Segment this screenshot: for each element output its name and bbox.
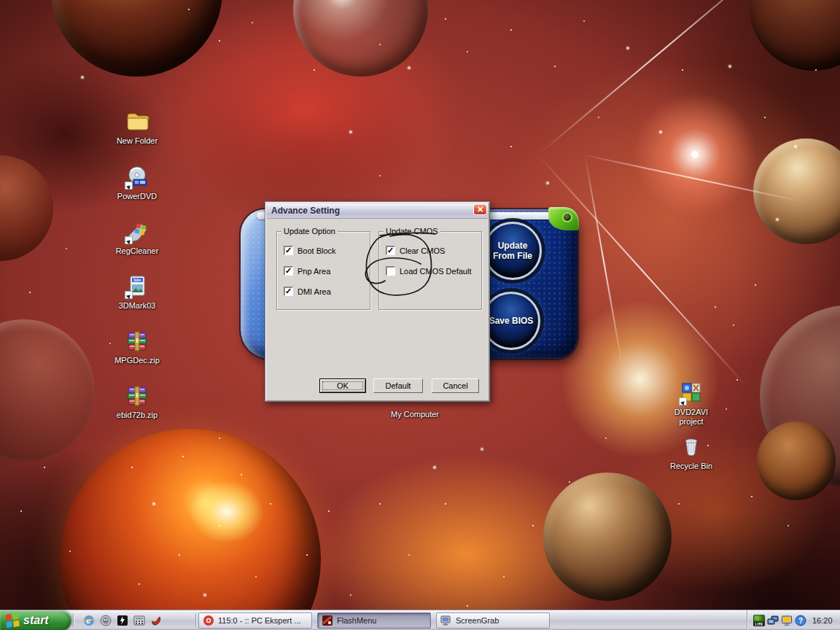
bubble-sphere [757,421,836,500]
flashmenu-close-knob[interactable] [562,212,572,222]
check-icon: ✓ [387,246,394,254]
checkbox-label: Boot Block [298,246,336,255]
save-bios-button[interactable]: Save BIOS [482,292,540,350]
task-button-screengrab[interactable]: ScreenGrab [436,612,550,629]
flashmenu-corner-decoration [548,207,579,230]
icon-label: New Folder [108,136,166,146]
checkbox-load-cmos-default[interactable] [386,266,395,276]
icon-label: Recycle Bin [662,462,720,471]
task-button-flashmenu[interactable]: FlashMenu [317,612,431,629]
quick-launch-bar: e [76,610,195,630]
desktop-icon-my-computer-label[interactable]: My Computer [385,410,445,419]
flashmenu-icon [322,615,333,626]
shortcut-arrow-icon [125,291,133,299]
advance-setting-dialog: Advance Setting ✕ Update Option ✓ Boot B… [265,201,490,402]
checkbox-label: Clear CMOS [400,246,445,255]
check-icon: ✓ [285,287,292,295]
desktop-icon-dvd2avi-project[interactable]: DVD2AVI project [662,381,720,427]
desktop-icon-3dmark03[interactable]: 3dm 3DMark03 [108,274,166,311]
internet-explorer-icon[interactable]: e [83,615,95,626]
bubble-sphere [51,0,222,77]
display-settings-tray-icon[interactable] [781,615,793,626]
group-update-cmos: Update CMOS ✓ Clear CMOS Load CMOS Defau… [378,231,482,310]
dialog-title: Advance Setting [267,206,340,216]
help-tray-icon[interactable]: ? [795,615,806,626]
checkbox-clear-cmos[interactable]: ✓ [386,246,395,255]
desktop-icon-mpgdec-zip[interactable]: MPGDec.zip [108,329,166,365]
task-buttons: 115:0 - :: PC Ekspert ... FlashMenu Scre… [198,610,550,630]
checkbox-boot-block[interactable]: ✓ [284,246,293,255]
cancel-button[interactable]: Cancel [432,378,479,393]
icon-label: DVD2AVI project [662,408,720,427]
checkbox-pnp-area[interactable]: ✓ [284,266,293,276]
network-tray-icon[interactable] [767,615,779,626]
media-player-icon[interactable] [100,615,112,626]
desktop-icon-ebid72b-zip[interactable]: ebid72b.zip [108,384,166,420]
icon-label: ebid72b.zip [108,411,166,420]
lens-flare-ray [538,0,779,155]
checkbox-row-dmi-area[interactable]: ✓ DMI Area [284,287,331,296]
update-from-file-button[interactable]: Update From File [483,222,542,280]
checkbox-row-clear-cmos[interactable]: ✓ Clear CMOS [386,246,445,255]
check-icon: ✓ [285,246,292,254]
desktop-icon-new-folder[interactable]: New Folder [108,109,166,146]
shortcut-arrow-icon [125,236,133,244]
cancel-label: Cancel [443,381,467,390]
checkbox-row-boot-block[interactable]: ✓ Boot Block [284,246,336,255]
bubble-sphere [750,0,840,71]
desktop-icon-powerdvd[interactable]: PowerDVD [108,165,166,201]
question-mark-glyph: ? [798,617,803,625]
focus-ring [322,381,363,390]
save-bios-label: Save BIOS [487,316,535,326]
dialog-titlebar[interactable]: Advance Setting [267,203,488,219]
group-update-option: Update Option ✓ Boot Block ✓ Pnp Area ✓ … [276,231,370,310]
folder-icon [125,109,149,133]
default-button[interactable]: Default [373,378,423,393]
check-icon: ✓ [285,267,292,275]
klite-icon-art [754,615,764,621]
checkbox-row-pnp-area[interactable]: ✓ Pnp Area [284,266,330,276]
winrar-archive-icon [125,384,149,408]
checkbox-dmi-area[interactable]: ✓ [284,287,293,296]
download-manager-icon[interactable] [150,615,162,626]
stars [0,0,1,1]
desktop: New Folder PowerDVD RegCleaner 3dm [0,0,840,630]
winrar-archive-icon [125,329,149,354]
fiery-sphere [60,429,321,630]
clock[interactable]: 16:20 [812,616,833,625]
recycle-bin-icon [679,435,704,459]
icon-label: MPGDec.zip [108,356,166,365]
group-legend: Update Option [281,227,338,236]
task-button-pc-ekspert[interactable]: 115:0 - :: PC Ekspert ... [198,612,312,629]
ok-button[interactable]: OK [319,378,366,393]
task-label: ScreenGrab [456,616,499,625]
desktop-icon-recycle-bin[interactable]: Recycle Bin [662,435,720,471]
screengrab-icon [440,615,452,626]
keypad-icon[interactable] [133,615,145,626]
klite-icon-text: LITE [753,622,765,626]
shortcut-arrow-icon [679,397,687,405]
icon-label: 3DMark03 [108,301,166,311]
winamp-icon[interactable] [117,615,128,626]
bubble-sphere [0,319,95,462]
bubble-sphere [0,155,53,261]
lens-flare-ray [584,154,623,370]
taskbar: start e 115:0 - :: PC Ekspert [0,610,840,630]
start-label: start [23,614,49,627]
shortcut-arrow-icon [125,182,133,190]
checkbox-label: Load CMOS Default [400,267,471,276]
svg-text:e: e [86,616,90,625]
bubble-sphere [753,139,840,244]
desktop-icon-regcleaner[interactable]: RegCleaner [108,219,166,256]
start-button[interactable]: start [0,610,71,630]
update-from-file-label: Update From File [490,241,535,261]
browser-icon [203,615,214,626]
klite-codec-tray-icon[interactable]: LITE [753,615,765,626]
close-button[interactable]: ✕ [473,203,487,215]
default-label: Default [386,381,411,390]
icon-label: RegCleaner [108,246,166,256]
taskbar-divider [195,613,196,627]
close-icon: ✕ [477,206,483,214]
svg-text:3dm: 3dm [133,278,141,282]
checkbox-row-load-cmos-default[interactable]: Load CMOS Default [386,266,471,276]
